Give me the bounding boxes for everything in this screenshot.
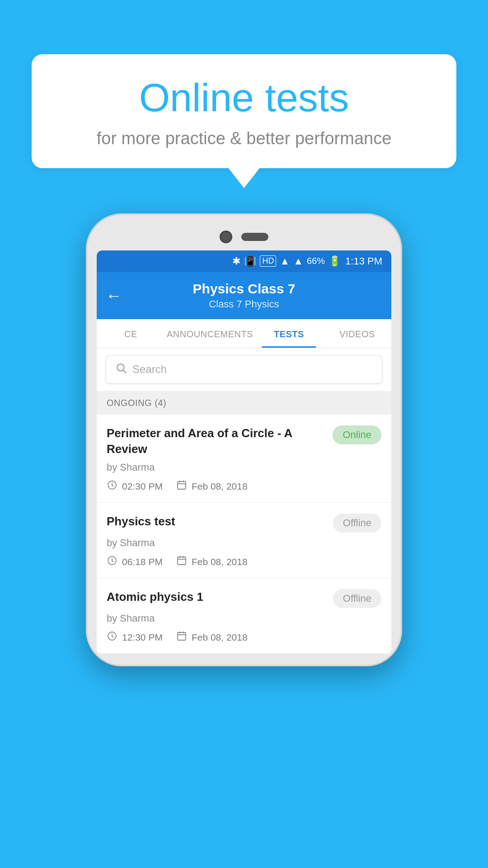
tab-bar: CE ANNOUNCEMENTS TESTS VIDEOS — [97, 319, 391, 348]
test-time-1: 02:30 PM — [107, 480, 163, 493]
test-time-value-1: 02:30 PM — [122, 481, 163, 492]
app-bar: ← Physics Class 7 Class 7 Physics — [97, 272, 391, 319]
calendar-icon-3 — [176, 631, 187, 644]
svg-rect-13 — [178, 632, 186, 640]
bluetooth-icon: ✱ — [232, 255, 240, 267]
test-meta-3: 12:30 PM Feb 08, 2018 — [107, 631, 381, 644]
status-bar: ✱ 📳 HD ▲ ▲ 66% 🔋 1:13 PM — [97, 250, 391, 272]
test-author-2: by Sharma — [107, 537, 381, 549]
test-date-value-1: Feb 08, 2018 — [192, 481, 248, 492]
hd-icon: HD — [260, 255, 276, 267]
tab-tests[interactable]: TESTS — [255, 319, 323, 348]
bubble-subtitle: for more practice & better performance — [59, 129, 429, 148]
search-bar-container: Search — [97, 348, 391, 392]
test-item-1[interactable]: Perimeter and Area of a Circle - A Revie… — [97, 415, 391, 503]
test-meta-2: 06:18 PM Feb 08, 2018 — [107, 555, 381, 569]
bubble-title: Online tests — [59, 76, 429, 120]
vibrate-icon: 📳 — [244, 255, 256, 267]
section-header-ongoing: ONGOING (4) — [97, 392, 391, 415]
test-date-1: Feb 08, 2018 — [176, 480, 248, 493]
test-time-2: 06:18 PM — [107, 555, 163, 569]
battery-level: 66% — [307, 256, 325, 266]
tab-videos[interactable]: VIDEOS — [323, 319, 391, 348]
badge-online-1: Online — [333, 425, 381, 444]
svg-rect-3 — [178, 481, 186, 489]
test-date-value-2: Feb 08, 2018 — [192, 557, 248, 567]
app-bar-title: Physics Class 7 — [108, 281, 380, 297]
wifi-icon: ▲ — [280, 255, 290, 267]
back-button[interactable]: ← — [106, 286, 122, 305]
badge-offline-2: Offline — [333, 514, 381, 533]
app-bar-subtitle: Class 7 Physics — [108, 298, 380, 310]
svg-rect-8 — [178, 557, 186, 565]
test-time-value-2: 06:18 PM — [122, 557, 163, 567]
test-date-3: Feb 08, 2018 — [176, 631, 248, 644]
search-icon — [115, 362, 127, 377]
status-icons: ✱ 📳 HD ▲ ▲ 66% 🔋 — [232, 255, 341, 267]
calendar-icon-2 — [176, 555, 187, 569]
test-item-2[interactable]: Physics test Offline by Sharma 06:18 PM — [97, 503, 391, 578]
phone-home-sensor — [241, 233, 268, 241]
subtitle-class: Class 7 — [209, 298, 242, 310]
search-input[interactable]: Search — [106, 355, 382, 384]
test-title-2: Physics test — [107, 514, 333, 529]
test-time-3: 12:30 PM — [107, 631, 163, 644]
calendar-icon-1 — [176, 480, 187, 493]
test-title-3: Atomic physics 1 — [107, 589, 333, 605]
search-placeholder: Search — [132, 363, 167, 376]
phone-top-details — [97, 226, 391, 250]
test-author-1: by Sharma — [107, 462, 381, 473]
subtitle-subject: Physics — [245, 298, 279, 310]
badge-offline-3: Offline — [333, 589, 381, 608]
phone-frame: ✱ 📳 HD ▲ ▲ 66% 🔋 1:13 PM ← Physics Class… — [86, 213, 402, 666]
test-date-value-3: Feb 08, 2018 — [192, 632, 248, 643]
test-time-value-3: 12:30 PM — [122, 632, 163, 643]
promo-bubble: Online tests for more practice & better … — [32, 54, 456, 168]
test-item-3[interactable]: Atomic physics 1 Offline by Sharma 12:30… — [97, 578, 391, 654]
signal-icon: ▲ — [293, 255, 303, 267]
tab-ce[interactable]: CE — [97, 319, 165, 348]
tab-announcements[interactable]: ANNOUNCEMENTS — [165, 319, 255, 348]
phone-camera — [220, 231, 232, 243]
phone-screen: ✱ 📳 HD ▲ ▲ 66% 🔋 1:13 PM ← Physics Class… — [97, 250, 391, 654]
clock-icon-1 — [107, 480, 117, 493]
test-date-2: Feb 08, 2018 — [176, 555, 248, 569]
clock-icon-3 — [107, 631, 117, 644]
clock-icon-2 — [107, 555, 117, 569]
test-author-3: by Sharma — [107, 613, 381, 624]
svg-line-1 — [123, 370, 126, 373]
test-meta-1: 02:30 PM Feb 08, 2018 — [107, 480, 381, 493]
test-title-1: Perimeter and Area of a Circle - A Revie… — [107, 425, 333, 457]
status-time: 1:13 PM — [345, 255, 382, 267]
battery-icon: 🔋 — [328, 255, 341, 267]
